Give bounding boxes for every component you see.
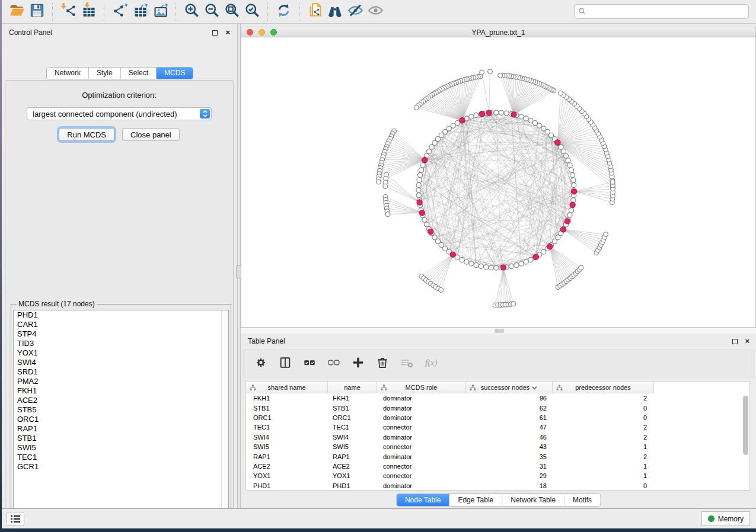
table-row-TEC1[interactable]: TEC1TEC1connector472 [246, 422, 749, 432]
network-node[interactable] [469, 114, 474, 119]
mcds-node[interactable] [511, 112, 516, 117]
network-node[interactable] [419, 168, 423, 172]
network-node[interactable] [424, 222, 429, 227]
mcds-result-item[interactable]: GCR1 [14, 462, 228, 472]
mcds-result-list[interactable]: PHD1CAR1STP4TID3YOX1SWI4SRD1PMA2FKH1ACE2… [13, 310, 229, 518]
mcds-node[interactable] [533, 254, 538, 259]
network-leaf-node[interactable] [385, 212, 390, 217]
network-node[interactable] [537, 123, 542, 128]
network-node[interactable] [479, 264, 483, 268]
select-all-columns-button[interactable] [303, 356, 316, 371]
mcds-result-item[interactable]: YOX1 [14, 348, 228, 358]
network-node[interactable] [416, 182, 421, 187]
tab-select[interactable]: Select [121, 68, 157, 79]
memory-button[interactable]: Memory [701, 511, 750, 526]
network-node[interactable] [567, 163, 572, 168]
mcds-result-item[interactable]: SRD1 [14, 367, 228, 377]
network-node[interactable] [532, 120, 537, 125]
refresh-button[interactable] [273, 2, 294, 21]
network-node[interactable] [504, 111, 509, 116]
mcds-node[interactable] [571, 189, 576, 194]
network-node[interactable] [417, 172, 422, 177]
mcds-result-item[interactable]: SWI4 [14, 358, 228, 367]
network-node[interactable] [494, 265, 499, 270]
network-leaf-node[interactable] [498, 73, 503, 78]
table-row-STB1[interactable]: STB1STB1dominator620 [246, 403, 749, 412]
criterion-select[interactable]: largest connected component (undirected) [27, 107, 212, 120]
network-node[interactable] [417, 178, 422, 182]
network-node[interactable] [524, 259, 528, 264]
mcds-result-item[interactable]: PHD1 [14, 310, 228, 320]
zoom-out-button[interactable] [202, 2, 222, 21]
mcds-node[interactable] [486, 110, 492, 116]
network-node[interactable] [570, 172, 575, 177]
network-node[interactable] [567, 213, 572, 217]
network-node[interactable] [455, 120, 460, 125]
tab-network[interactable]: Network [47, 68, 89, 79]
table-row-ACE2[interactable]: ACE2ACE2connector311 [246, 462, 749, 471]
network-node[interactable] [514, 262, 519, 267]
network-node[interactable] [509, 264, 513, 268]
network-leaf-node[interactable] [439, 288, 444, 293]
network-node[interactable] [460, 257, 464, 262]
tab-network-table[interactable]: Network Table [502, 494, 564, 506]
mcds-result-item[interactable]: FKH1 [14, 386, 228, 396]
network-node[interactable] [528, 257, 533, 262]
search-input[interactable] [574, 4, 749, 19]
network-node[interactable] [519, 261, 524, 266]
network-leaf-node[interactable] [579, 265, 583, 270]
mcds-node[interactable] [419, 210, 425, 216]
table-settings-button[interactable] [254, 356, 267, 371]
column-header-predecessor-nodes[interactable]: predecessor nodes [553, 382, 654, 393]
mcds-node[interactable] [570, 202, 575, 207]
unselect-all-columns-button[interactable] [327, 356, 340, 371]
mcds-result-item[interactable]: SWI5 [14, 443, 228, 453]
tab-style[interactable]: Style [89, 68, 121, 79]
zoom-in-button[interactable] [181, 2, 202, 21]
mcds-result-item[interactable]: STB5 [14, 405, 228, 415]
float-table-panel-icon[interactable] [732, 339, 738, 344]
mcds-list-scrollbar[interactable] [221, 310, 228, 518]
network-node[interactable] [569, 168, 573, 172]
add-column-button[interactable] [352, 356, 365, 371]
network-node[interactable] [566, 158, 570, 163]
mcds-node[interactable] [547, 243, 553, 249]
import-table-button[interactable] [78, 2, 98, 21]
network-node[interactable] [474, 262, 479, 267]
table-row-SWI5[interactable]: SWI5SWI5connector431 [246, 442, 749, 451]
mcds-node[interactable] [417, 200, 422, 205]
network-node[interactable] [519, 114, 524, 119]
tab-motifs[interactable]: Motifs [564, 494, 600, 506]
export-image-button[interactable] [150, 2, 170, 21]
mcds-result-item[interactable]: PMA2 [14, 377, 228, 386]
network-node[interactable] [455, 255, 460, 259]
mcds-node[interactable] [450, 252, 455, 257]
table-row-PHD1[interactable]: PHD1PHD1dominator180 [246, 481, 749, 491]
network-node[interactable] [469, 261, 474, 266]
import-network-button[interactable] [58, 2, 78, 21]
mcds-result-item[interactable]: TID3 [14, 339, 228, 348]
network-node[interactable] [563, 153, 568, 158]
close-table-panel-icon[interactable]: × [745, 336, 749, 346]
mcds-node[interactable] [501, 265, 506, 270]
network-node[interactable] [494, 110, 499, 115]
mcds-result-item[interactable]: CAR1 [14, 320, 228, 329]
show-columns-button[interactable] [279, 356, 292, 371]
table-row-YOX1[interactable]: YOX1YOX1connector291 [246, 471, 749, 480]
network-node[interactable] [426, 149, 431, 153]
network-node[interactable] [464, 259, 469, 264]
network-leaf-node[interactable] [559, 91, 563, 95]
mcds-node[interactable] [555, 140, 560, 145]
column-header-name[interactable]: name [328, 382, 377, 393]
column-header-successor-nodes[interactable]: successor nodes [466, 382, 553, 393]
column-header-shared-name[interactable]: shared name [246, 382, 328, 393]
export-network-button[interactable] [110, 2, 130, 21]
network-node[interactable] [474, 113, 479, 117]
tab-node-table[interactable]: Node Table [397, 494, 450, 506]
table-row-SWI4[interactable]: SWI4SWI4dominator462 [246, 432, 749, 442]
network-leaf-node[interactable] [414, 105, 419, 110]
mcds-result-item[interactable]: STB1 [14, 434, 228, 443]
network-from-clipboard-button[interactable] [305, 2, 325, 21]
network-leaf-node[interactable] [610, 180, 615, 184]
column-header-MCDS-role[interactable]: MCDS role [377, 382, 466, 393]
